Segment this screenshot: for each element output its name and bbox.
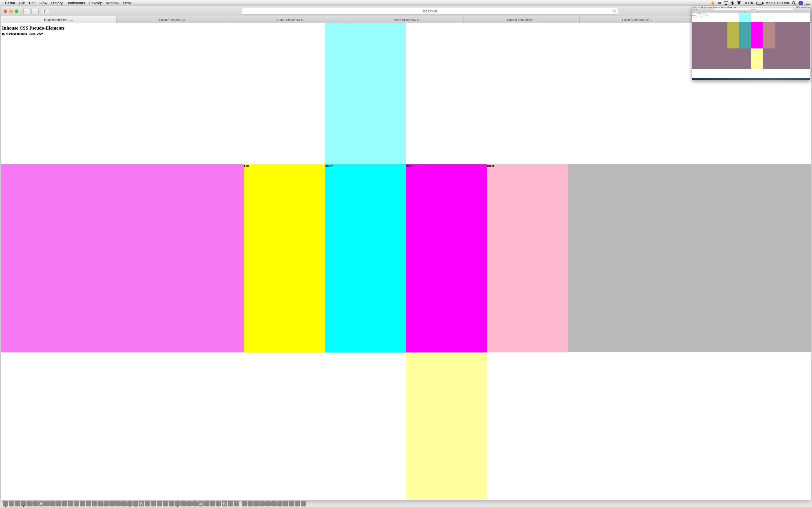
- dock-app4[interactable]: [157, 501, 162, 506]
- dock-app6[interactable]: [181, 501, 186, 506]
- overlay-tab-0: [692, 11, 705, 13]
- dock-photos[interactable]: [62, 501, 67, 506]
- dock-launchpad[interactable]: [15, 501, 20, 506]
- status-airplay-icon[interactable]: [724, 1, 728, 5]
- dock-visual-studio[interactable]: [33, 501, 38, 506]
- region-below-extend: [406, 352, 487, 500]
- status-peace-icon[interactable]: ✌: [711, 1, 715, 5]
- tab-0[interactable]: localhost:8888/lm_…: [1, 16, 117, 23]
- menu-view[interactable]: View: [40, 1, 47, 5]
- window-zoom-button[interactable]: [15, 10, 18, 13]
- tab-3[interactable]: Tutorial Slideshow t…: [348, 16, 464, 23]
- dock-app-r6[interactable]: [277, 501, 283, 506]
- menu-help[interactable]: Help: [123, 1, 131, 5]
- dock: 29PsXdFzF: [2, 500, 810, 506]
- status-bluetooth-icon[interactable]: [731, 1, 733, 5]
- dock-notes[interactable]: [44, 501, 50, 506]
- forward-button[interactable]: ›: [31, 8, 39, 14]
- overlay-tab-8: [797, 11, 810, 13]
- dock-maps[interactable]: [80, 501, 85, 506]
- dock-app13[interactable]: F: [234, 501, 239, 506]
- region-right-extend: [568, 164, 811, 352]
- menu-file[interactable]: File: [19, 1, 25, 5]
- dock-dashboard[interactable]: [9, 501, 14, 506]
- dock-app9[interactable]: [204, 501, 209, 506]
- dock-app11[interactable]: [216, 501, 221, 506]
- screen-mirror-overlay[interactable]: Safari File Edit View History Bookmarks …: [692, 6, 810, 80]
- dock-app-r2[interactable]: [253, 501, 259, 506]
- sidebar-button[interactable]: [41, 8, 49, 14]
- dock-app-r1[interactable]: [248, 501, 253, 506]
- overlay-url: localhost: [714, 8, 794, 10]
- dock-app2[interactable]: [121, 501, 126, 506]
- status-notifications-icon[interactable]: [806, 1, 810, 5]
- dock-app-r7[interactable]: [283, 501, 289, 506]
- dock-opera[interactable]: [145, 501, 150, 506]
- dock-keynote[interactable]: [92, 501, 97, 506]
- window-minimize-button[interactable]: [9, 10, 13, 13]
- tab-1[interactable]: Haiku Animated GIF…: [117, 16, 233, 23]
- status-battery-icon[interactable]: ⚡: [756, 2, 763, 4]
- status-battery-pct: 100%: [744, 1, 754, 5]
- dock-app1[interactable]: [115, 501, 121, 506]
- svg-point-3: [792, 1, 795, 4]
- dock-app-r9[interactable]: [295, 501, 300, 506]
- overlay-title: Inhouse CSS Pseudo-Elements: [692, 13, 711, 15]
- window-controls: [4, 10, 18, 13]
- status-siri-icon[interactable]: [799, 1, 803, 5]
- dock-preview[interactable]: [27, 501, 32, 506]
- url-text: localhost: [423, 9, 437, 13]
- dock-trash[interactable]: [301, 501, 306, 506]
- dock-xd[interactable]: Xd: [198, 501, 204, 506]
- page-content: Left Above Below Right Inhouse CSS Pseud…: [1, 23, 811, 500]
- dock-app-r8[interactable]: [289, 501, 294, 506]
- overlay-page: Inhouse CSS Pseudo-Elements RJM Programm…: [692, 13, 810, 80]
- status-clock[interactable]: Mon 10:50 am: [765, 1, 789, 5]
- dock-numbers[interactable]: [86, 501, 91, 506]
- dock-quicklook[interactable]: [242, 501, 247, 506]
- dock-app10[interactable]: [210, 501, 215, 506]
- tab-5[interactable]: Haiku Animated GIF…: [580, 16, 696, 23]
- status-spotlight-icon[interactable]: [792, 1, 796, 5]
- dock-messages[interactable]: [74, 501, 79, 506]
- window-close-button[interactable]: [4, 10, 7, 13]
- dock-calendar[interactable]: 29: [38, 501, 44, 506]
- status-m-icon[interactable]: M: [718, 1, 721, 5]
- url-bar[interactable]: localhost ⟳: [242, 8, 618, 15]
- back-button[interactable]: ‹: [23, 8, 31, 14]
- tab-4[interactable]: Tutorial Slideshow t…: [464, 16, 580, 23]
- dock-app8[interactable]: [192, 501, 198, 506]
- status-wifi-icon[interactable]: [737, 1, 742, 5]
- menu-bookmarks[interactable]: Bookmarks: [66, 1, 85, 5]
- region-below: [406, 164, 487, 352]
- dock-textedit[interactable]: [50, 501, 56, 506]
- dock-skype[interactable]: [56, 501, 61, 506]
- menu-window[interactable]: Window: [106, 1, 119, 5]
- dock-app5[interactable]: [168, 501, 174, 506]
- menu-history[interactable]: History: [51, 1, 62, 5]
- dock-app12[interactable]: [228, 501, 233, 506]
- menubar-appname[interactable]: Safari: [5, 1, 15, 5]
- reload-icon[interactable]: ⟳: [613, 9, 616, 13]
- overlay-tabbar: [692, 11, 810, 13]
- nav-buttons: ‹ ›: [23, 8, 39, 14]
- label-above: Above: [325, 164, 333, 167]
- tab-2[interactable]: Tutorial Slideshow t…: [232, 16, 348, 23]
- menu-develop[interactable]: Develop: [89, 1, 102, 5]
- dock-app3[interactable]: [151, 501, 156, 506]
- dock-appstore[interactable]: [109, 501, 115, 506]
- dock-itunes[interactable]: [103, 501, 109, 506]
- menu-edit[interactable]: Edit: [29, 1, 35, 5]
- dock-no-entry[interactable]: [98, 501, 103, 506]
- dock-photoshop[interactable]: Ps: [139, 501, 144, 506]
- overlay-toolbar: localhost: [692, 8, 810, 11]
- dock-iwork[interactable]: [68, 501, 73, 506]
- svg-line-4: [795, 4, 796, 5]
- dock-app-r3[interactable]: [259, 501, 265, 506]
- safari-window: ‹ › localhost ⟳ localhost:8888/lm_…Haiku…: [1, 6, 811, 500]
- dock-filezilla[interactable]: Fz: [222, 501, 227, 506]
- dock-app-r4[interactable]: [265, 501, 271, 506]
- dock-app7[interactable]: [186, 501, 192, 506]
- dock-app-r5[interactable]: [271, 501, 276, 506]
- dock-paint[interactable]: [163, 501, 168, 506]
